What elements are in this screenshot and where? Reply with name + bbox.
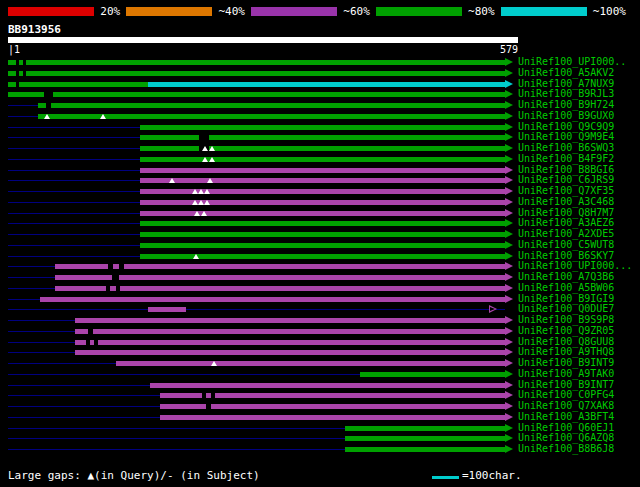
- alignment-bar[interactable]: [8, 60, 505, 65]
- alignment-bar[interactable]: [140, 125, 505, 130]
- query-gap-triangle-icon: [202, 146, 208, 151]
- subject-gap-tick: [106, 286, 110, 291]
- alignment-bar[interactable]: [140, 243, 505, 248]
- alignment-bar[interactable]: [140, 178, 505, 183]
- subject-gap-tick: [23, 71, 26, 76]
- subject-gap-tick: [46, 103, 51, 108]
- hit-label[interactable]: UniRef100_A3C468: [518, 197, 614, 208]
- alignment-bar[interactable]: [55, 275, 505, 280]
- arrowhead-hollow-icon: [490, 307, 495, 311]
- alignment-rows: UniRef100_UPI000..UniRef100_A5AKV2UniRef…: [0, 57, 640, 455]
- hit-label[interactable]: UniRef100_A3BFT4: [518, 412, 614, 423]
- arrowhead-icon: [505, 381, 513, 389]
- subject-gap-tick: [119, 264, 124, 269]
- alignment-row: UniRef100_C5WUT8: [0, 240, 640, 251]
- alignment-bar[interactable]: [75, 350, 505, 355]
- arrowhead-icon: [505, 316, 513, 324]
- alignment-bar[interactable]: [160, 404, 505, 409]
- alignment-bar[interactable]: [55, 286, 505, 291]
- hit-label[interactable]: UniRef100_B4F9F2: [518, 154, 614, 165]
- arrowhead-icon: [505, 112, 513, 120]
- query-gap-triangle-icon: [202, 157, 208, 162]
- alignment-bar[interactable]: [40, 297, 505, 302]
- alignment-bar[interactable]: [116, 361, 505, 366]
- alignment-bar[interactable]: [140, 157, 505, 162]
- arrowhead-icon: [505, 391, 513, 399]
- alignment-bar[interactable]: [75, 340, 505, 345]
- alignment-bar[interactable]: [360, 372, 505, 377]
- hit-label[interactable]: UniRef100_A5BW06: [518, 283, 614, 294]
- query-gap-triangle-icon: [204, 189, 210, 194]
- arrowhead-icon: [505, 198, 513, 206]
- arrowhead-icon: [505, 219, 513, 227]
- query-gap-triangle-icon: [204, 200, 210, 205]
- hit-label[interactable]: UniRef100_B8B6J8: [518, 444, 614, 455]
- alignment-bar[interactable]: [160, 415, 505, 420]
- alignment-row: UniRef100_B8B6J8: [0, 444, 640, 455]
- arrowhead-icon: [505, 252, 513, 260]
- query-gap-triangle-icon: [207, 178, 213, 183]
- subject-gap-tick: [23, 60, 26, 65]
- alignment-bar[interactable]: [75, 318, 505, 323]
- alignment-bar[interactable]: [140, 221, 505, 226]
- arrowhead-icon: [505, 359, 513, 367]
- alignment-bar[interactable]: [140, 135, 505, 140]
- query-gap-triangle-icon: [100, 114, 106, 119]
- arrowhead-icon: [505, 155, 513, 163]
- arrowhead-icon: [505, 90, 513, 98]
- hit-label[interactable]: UniRef100_C5WUT8: [518, 240, 614, 251]
- scale-label: ~80%: [462, 5, 501, 18]
- scale-unit-line: [432, 476, 459, 479]
- arrowhead-icon: [505, 187, 513, 195]
- hit-label[interactable]: UniRef100_Q9ZR05: [518, 326, 614, 337]
- arrowhead-icon: [505, 273, 513, 281]
- alignment-bar[interactable]: [140, 232, 505, 237]
- subject-gap-tick: [116, 286, 120, 291]
- subject-gap-tick: [199, 135, 209, 140]
- cyan-scale-segment: [501, 7, 587, 16]
- hit-label[interactable]: UniRef100_A5AKV2: [518, 68, 614, 79]
- subject-gap-tick: [202, 393, 206, 398]
- alignment-bar[interactable]: [8, 82, 148, 87]
- query-bar: [8, 37, 518, 43]
- arrowhead-icon: [505, 434, 513, 442]
- arrowhead-icon: [505, 241, 513, 249]
- arrowhead-icon: [505, 230, 513, 238]
- alignment-bar[interactable]: [345, 447, 505, 452]
- scale-label: 20%: [94, 5, 126, 18]
- arrowhead-icon: [505, 101, 513, 109]
- query-gap-triangle-icon: [194, 211, 200, 216]
- alignment-bar[interactable]: [8, 71, 505, 76]
- alignment-bar[interactable]: [140, 168, 505, 173]
- red-scale-segment: [8, 7, 94, 16]
- alignment-bar[interactable]: [140, 146, 505, 151]
- query-gap-triangle-icon: [44, 114, 50, 119]
- hit-label[interactable]: UniRef100_B9GUX0: [518, 111, 614, 122]
- alignment-bar[interactable]: [8, 92, 505, 97]
- subject-gap-tick: [88, 329, 93, 334]
- scale-label: ~100%: [587, 5, 632, 18]
- subject-gap-tick: [16, 82, 19, 87]
- alignment-bar[interactable]: [75, 329, 505, 334]
- alignment-bar[interactable]: [148, 82, 505, 87]
- alignment-bar[interactable]: [345, 436, 505, 441]
- alignment-bar[interactable]: [345, 426, 505, 431]
- green-scale-segment: [376, 7, 462, 16]
- arrowhead-icon: [505, 327, 513, 335]
- subject-gap-tick: [16, 71, 19, 76]
- alignment-bar[interactable]: [148, 307, 186, 312]
- alignment-row: UniRef100_A3BFT4: [0, 412, 640, 423]
- arrowhead-icon: [505, 123, 513, 131]
- arrowhead-icon: [505, 209, 513, 217]
- hit-label[interactable]: UniRef100_A9TAK0: [518, 369, 614, 380]
- query-gap-triangle-icon: [211, 361, 217, 366]
- alignment-bar[interactable]: [38, 103, 505, 108]
- alignment-row: UniRef100_B4F9F2: [0, 154, 640, 165]
- alignment-row: UniRef100_Q9ZR05: [0, 326, 640, 337]
- purple-scale-segment: [251, 7, 337, 16]
- alignment-bar[interactable]: [150, 383, 505, 388]
- subject-gap-tick: [16, 60, 19, 65]
- arrowhead-icon: [505, 445, 513, 453]
- scale-label: ~40%: [212, 5, 251, 18]
- alignment-bar[interactable]: [38, 114, 505, 119]
